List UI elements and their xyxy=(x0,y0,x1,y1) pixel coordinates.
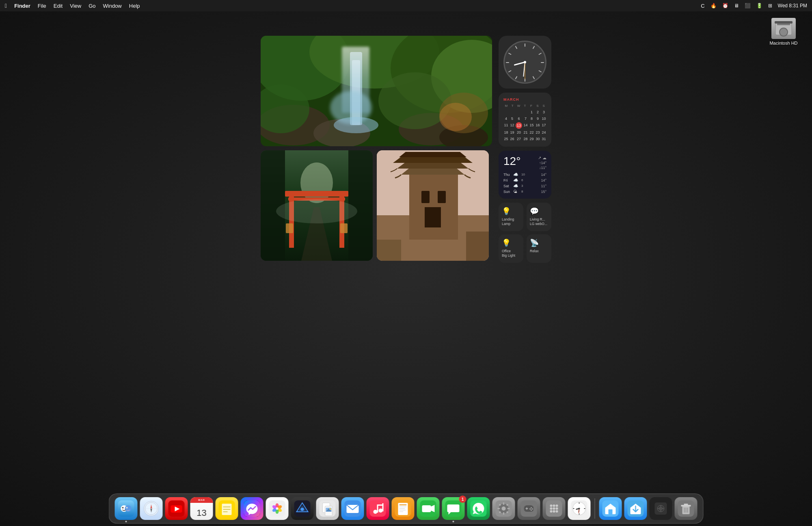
launchpad-icon[interactable] xyxy=(543,497,566,520)
dock-notes[interactable] xyxy=(216,497,238,520)
calendar-day[interactable] xyxy=(503,109,509,115)
home-widget-item[interactable]: 📡 Relax xyxy=(527,234,551,263)
notes-icon[interactable] xyxy=(216,497,238,520)
macintosh-hd-icon[interactable]: Macintosh HD xyxy=(767,18,800,45)
dock-calendar[interactable]: MAR 13 xyxy=(190,497,213,520)
music-icon[interactable] xyxy=(367,497,389,520)
photo-pagoda[interactable] xyxy=(377,150,489,261)
calendar-day[interactable]: 26 xyxy=(510,136,515,142)
menu-help[interactable]: Help xyxy=(129,3,140,9)
dock-whatsapp[interactable] xyxy=(467,497,490,520)
calendar-day[interactable]: 9 xyxy=(535,116,540,121)
whatsapp-icon[interactable] xyxy=(467,497,490,520)
calendar-day[interactable]: 8 xyxy=(529,116,534,121)
mail-icon[interactable] xyxy=(341,497,364,520)
calendar-day[interactable]: 15 xyxy=(529,122,534,129)
calendar-day[interactable]: 18 xyxy=(503,130,509,135)
home-widget-item[interactable]: 💬 Living R...LG webO... xyxy=(527,203,551,231)
calendar-day[interactable]: 12 xyxy=(510,122,515,129)
menu-window[interactable]: Window xyxy=(103,3,122,9)
dock-game-controller[interactable] xyxy=(518,497,540,520)
pages-icon[interactable] xyxy=(392,497,415,520)
dock-music[interactable] xyxy=(367,497,389,520)
calendar-day[interactable] xyxy=(516,109,522,115)
calendar-day[interactable]: 23 xyxy=(535,130,540,135)
dock-youtube[interactable] xyxy=(165,497,188,520)
dock-pages[interactable] xyxy=(392,497,415,520)
dock-trash[interactable] xyxy=(675,497,698,520)
calendar-day[interactable]: 4 xyxy=(503,116,509,121)
calendar-day[interactable]: 16 xyxy=(535,122,540,129)
home-folder-icon[interactable] xyxy=(599,497,622,520)
photo-waterfall[interactable] xyxy=(261,36,492,146)
menu-view[interactable]: View xyxy=(70,3,81,9)
calendar-day[interactable]: 7 xyxy=(523,116,528,121)
control-c[interactable]: C xyxy=(701,3,704,9)
calendar-day[interactable]: 19 xyxy=(510,130,515,135)
downloads-icon[interactable] xyxy=(624,497,647,520)
menu-go[interactable]: Go xyxy=(89,3,95,9)
calendar-day[interactable]: 13 xyxy=(516,122,522,129)
dock-clock[interactable] xyxy=(568,497,591,520)
dock-safari[interactable] xyxy=(140,497,163,520)
dock-messages[interactable]: 1 xyxy=(442,497,465,520)
calendar-day[interactable]: 2 xyxy=(535,109,540,115)
calendar-day[interactable]: 14 xyxy=(523,122,528,129)
app-name[interactable]: Finder xyxy=(14,3,30,9)
preview-icon[interactable] xyxy=(316,497,339,520)
dock-mail[interactable] xyxy=(341,497,364,520)
calendar-day[interactable] xyxy=(523,109,528,115)
calendar-day[interactable]: 20 xyxy=(516,130,522,135)
dock-network[interactable] xyxy=(650,497,672,520)
dock-launchpad[interactable] xyxy=(543,497,566,520)
calendar-day[interactable]: 24 xyxy=(541,130,546,135)
calendar-day[interactable]: 27 xyxy=(516,136,522,142)
pixelmator-icon[interactable] xyxy=(291,497,314,520)
home-widget-item[interactable]: 💡 LandingLamp xyxy=(499,203,523,231)
calendar-day[interactable]: 1 xyxy=(529,109,534,115)
menu-file[interactable]: File xyxy=(38,3,46,9)
safari-icon[interactable] xyxy=(140,497,163,520)
control-controlcenter[interactable]: ⊞ xyxy=(768,3,772,9)
calendar-day[interactable]: 21 xyxy=(523,130,528,135)
calendar-day[interactable]: 5 xyxy=(510,116,515,121)
dock-facetime[interactable] xyxy=(417,497,440,520)
messages-icon[interactable]: 1 xyxy=(442,497,465,520)
calendar-day[interactable]: 28 xyxy=(523,136,528,142)
dock-system-settings[interactable] xyxy=(492,497,515,520)
dock-home-folder[interactable] xyxy=(599,497,622,520)
calendar-day[interactable]: 10 xyxy=(541,116,546,121)
calendar-day[interactable]: 3 xyxy=(541,109,546,115)
calendar-day[interactable]: 17 xyxy=(541,122,546,129)
gamecontroller-icon[interactable] xyxy=(518,497,540,520)
home-widget-item[interactable]: 💡 OfficeBig Light xyxy=(499,234,523,263)
calendar-day[interactable]: 22 xyxy=(529,130,534,135)
dock-pixelmator[interactable] xyxy=(291,497,314,520)
finder-icon[interactable] xyxy=(115,497,138,520)
calendar-day[interactable]: 30 xyxy=(535,136,540,142)
calendar-day[interactable] xyxy=(510,109,515,115)
dock-preview[interactable] xyxy=(316,497,339,520)
trash-icon[interactable] xyxy=(675,497,698,520)
dock-finder[interactable] xyxy=(115,497,138,520)
calendar-day[interactable]: 29 xyxy=(529,136,534,142)
youtube-icon[interactable] xyxy=(165,497,188,520)
dock-messenger[interactable] xyxy=(241,497,263,520)
menu-edit[interactable]: Edit xyxy=(54,3,63,9)
messenger-icon[interactable] xyxy=(241,497,263,520)
calendar-day[interactable]: 25 xyxy=(503,136,509,142)
apple-menu[interactable]:  xyxy=(5,2,7,9)
calendar-day[interactable]: 6 xyxy=(516,116,522,121)
network-icon[interactable] xyxy=(650,497,672,520)
calendar-dock-icon[interactable]: MAR 13 xyxy=(190,497,213,520)
photos-icon[interactable] xyxy=(266,497,289,520)
facetime-icon[interactable] xyxy=(417,497,440,520)
photo-torii[interactable] xyxy=(261,150,373,261)
settings-icon[interactable] xyxy=(492,497,515,520)
clock-dock-icon[interactable] xyxy=(568,497,591,520)
dock-photos[interactable] xyxy=(266,497,289,520)
calendar-day[interactable]: 31 xyxy=(541,136,546,142)
dock-downloads[interactable] xyxy=(624,497,647,520)
weather-forecast-row: Sat ☁️ 3 11° xyxy=(503,184,546,188)
calendar-day[interactable]: 11 xyxy=(503,122,509,129)
